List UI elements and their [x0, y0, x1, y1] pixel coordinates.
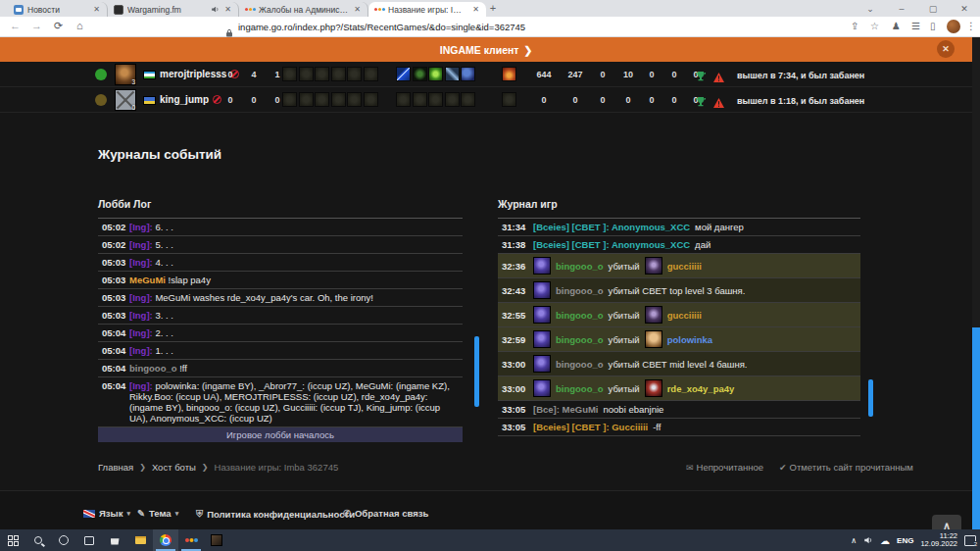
home-icon[interactable]: ⌂ — [76, 20, 83, 31]
log-time: 33:05 — [502, 404, 525, 415]
item-slot — [315, 67, 329, 81]
reading-list-icon[interactable]: ☰ — [911, 21, 920, 31]
new-tab-button[interactable]: + — [487, 3, 499, 15]
page-scrollbar-thumb[interactable] — [972, 327, 980, 529]
taskbar-app-taskview[interactable] — [76, 529, 102, 551]
onedrive-cloud-icon[interactable]: ☁ — [880, 535, 890, 546]
minimize-button[interactable]: – — [886, 4, 917, 14]
log-text: мой дангер — [695, 222, 744, 232]
taskbar-app-game[interactable] — [204, 529, 229, 551]
tab-audio-icon[interactable] — [211, 5, 220, 14]
url-text[interactable]: ingame.go.ro/index.php?/Stats/RecentGame… — [238, 22, 525, 32]
forward-icon[interactable]: → — [31, 20, 42, 31]
tab-title: Название игры: Imba 362745 - — [388, 5, 467, 15]
lobby-log-row: 05:04[Ing]: polowinka: (ingame BY), _Abr… — [98, 377, 463, 427]
tray-chevron-icon[interactable]: ∧ — [851, 536, 857, 545]
player-status-dot — [95, 69, 107, 80]
log-text: [Bceies] [СВЕТ ]: Anonymous_XCC — [533, 222, 690, 232]
game-log-row: 31:34[Bceies] [СВЕТ ]: Anonymous_XCCмой … — [498, 219, 860, 236]
item-slot — [428, 92, 443, 107]
tab-close-icon[interactable]: ✕ — [223, 5, 232, 14]
clock[interactable]: 11:22 12.09.2022 — [920, 532, 957, 548]
log-text: !slap pa4y — [169, 275, 211, 285]
taskbar-app-cortana[interactable] — [51, 529, 76, 551]
shield-icon: ⛨ — [196, 508, 203, 520]
search-icon — [34, 536, 42, 544]
log-text: !ff — [179, 363, 187, 374]
lobby-log-row: 05:03MeGuMi !slap pa4y — [98, 272, 463, 289]
tab-close-icon[interactable]: ✕ — [92, 5, 101, 14]
taskbar-app-chrome[interactable] — [153, 529, 178, 551]
explorer-icon — [135, 536, 146, 544]
item-slot — [347, 92, 362, 107]
taskbar-app-search[interactable] — [25, 529, 51, 551]
reload-icon[interactable]: ⟳ — [54, 20, 63, 32]
player-stat-value: 0 — [533, 95, 555, 105]
lobby-log-row: 05:02[Ing]: 5. . . — [98, 236, 463, 254]
profile-avatar[interactable] — [947, 20, 960, 33]
banner-close-icon[interactable]: ✕ — [937, 40, 955, 58]
player-name[interactable]: king_jump — [160, 94, 221, 105]
log-text: polowinka: (ingame BY), _Abror77_: (iccu… — [129, 380, 450, 424]
game-log-row: 32:43bingooo_oубитый СВЕТ top level 3 ба… — [498, 278, 860, 303]
page-meta-links: ✉Непрочитанное ✔Отметить сайт прочитанны… — [686, 462, 913, 473]
feedback-link[interactable]: ✆ Обратная связь — [343, 508, 428, 519]
unread-content-link[interactable]: ✉Непрочитанное — [686, 462, 763, 473]
breadcrumb-home-link[interactable]: Главная — [98, 462, 133, 473]
game-log-row: 33:05[Bceies] [СВЕТ ]: Gucciiiii-ff — [498, 419, 860, 436]
privacy-policy-link[interactable]: ⛨ Политика конфиденциальности — [196, 508, 355, 520]
game-log-scrollbar[interactable] — [868, 379, 873, 417]
side-panel-icon[interactable]: ▯ — [930, 21, 936, 31]
tab-title: Wargaming.fm — [127, 5, 207, 15]
game-log-row: 33:00bingooo_oубитый СВЕТ mid level 4 ба… — [498, 352, 860, 376]
page-scrollbar-track[interactable] — [972, 37, 980, 529]
page-viewport: INGAME клиент ❯ ✕ 3merojtriplesss0416442… — [0, 37, 972, 529]
vk-icon — [14, 5, 24, 15]
breadcrumb-hostbots-link[interactable]: Хост боты — [152, 462, 196, 473]
ingame-icon — [185, 538, 197, 542]
browser-menu-icon[interactable]: ⋮ — [966, 21, 976, 31]
taskbar-app-start[interactable] — [0, 529, 25, 551]
browser-tab[interactable]: Название игры: Imba 362745 -✕ — [368, 2, 486, 17]
taskbar-app-ingame[interactable] — [178, 529, 204, 551]
bingooo-hero-avatar — [533, 306, 551, 324]
log-time: 05:03 — [102, 310, 125, 321]
share-icon[interactable]: ⇪ — [851, 21, 858, 31]
blocked-icon — [213, 95, 221, 104]
log-text: bingooo_o — [129, 363, 179, 374]
item-slot — [315, 92, 329, 107]
breadcrumb-current: Название игры: Imba 362745 — [215, 462, 339, 473]
browser-tab[interactable]: Жалобы на Администраторов о✕ — [239, 2, 368, 17]
tab-close-icon[interactable]: ✕ — [471, 5, 480, 14]
language-indicator[interactable]: ENG — [897, 536, 913, 545]
maximize-button[interactable]: ▢ — [917, 4, 949, 14]
taskbar-app-explorer[interactable] — [127, 529, 153, 551]
log-text: [Bce]: MeGuMi — [533, 404, 599, 415]
item-slot — [445, 67, 460, 81]
player-status-dot — [95, 94, 107, 106]
speaker-icon[interactable] — [863, 531, 873, 549]
browser-tab[interactable]: Wargaming.fm✕ — [108, 2, 239, 17]
bookmark-star-icon[interactable]: ☆ — [870, 21, 879, 31]
lobby-log-scrollbar[interactable] — [474, 336, 479, 407]
banner-label: INGAME клиент — [440, 44, 519, 56]
taskbar-app-store[interactable] — [102, 529, 127, 551]
extension-icon[interactable]: ♟ — [892, 21, 901, 31]
mark-site-read-link[interactable]: ✔Отметить сайт прочитанным — [779, 462, 913, 473]
player-exit-note: вышел в 1:18, и был забанен — [737, 96, 864, 106]
lobby-log-row: 05:02[Ing]: 6. . . — [98, 219, 463, 236]
notification-icon[interactable]: 2 — [964, 535, 976, 546]
log-text: [Ing]: — [129, 327, 155, 338]
ingame-client-banner[interactable]: INGAME клиент ❯ ✕ — [0, 37, 972, 62]
theme-menu[interactable]: ✎ Тема ▾ — [137, 508, 178, 519]
browser-tab[interactable]: Новости✕ — [8, 2, 108, 17]
item-slot — [502, 92, 516, 107]
tab-close-icon[interactable]: ✕ — [353, 5, 362, 14]
player-stat-value: 10 — [617, 70, 639, 79]
back-icon[interactable]: ← — [10, 20, 21, 31]
scroll-to-top-button[interactable]: ∧ — [932, 515, 961, 529]
language-menu[interactable]: Язык ▾ — [83, 508, 130, 519]
tab-search-chevron-icon[interactable]: ⌄ — [855, 4, 886, 14]
player-stat-value: 0 — [592, 95, 613, 105]
close-window-button[interactable]: ✕ — [949, 4, 980, 14]
